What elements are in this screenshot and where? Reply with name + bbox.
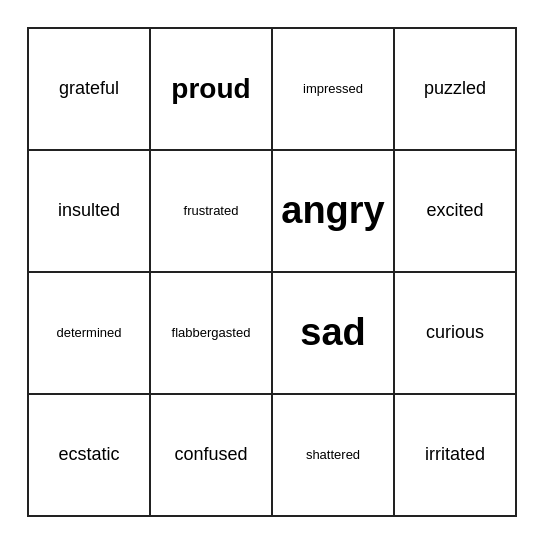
cell-label: grateful — [59, 79, 119, 99]
cell-label: confused — [174, 445, 247, 465]
bingo-cell: sad — [273, 273, 395, 395]
bingo-cell: frustrated — [151, 151, 273, 273]
cell-label: angry — [281, 190, 384, 232]
cell-label: determined — [56, 326, 121, 340]
cell-label: proud — [171, 74, 250, 105]
bingo-grid: gratefulproudimpressedpuzzledinsultedfru… — [27, 27, 517, 517]
bingo-cell: shattered — [273, 395, 395, 517]
cell-label: curious — [426, 323, 484, 343]
bingo-cell: flabbergasted — [151, 273, 273, 395]
bingo-cell: curious — [395, 273, 517, 395]
bingo-cell: angry — [273, 151, 395, 273]
bingo-cell: insulted — [29, 151, 151, 273]
cell-label: ecstatic — [58, 445, 119, 465]
bingo-cell: determined — [29, 273, 151, 395]
bingo-cell: proud — [151, 29, 273, 151]
cell-label: frustrated — [184, 204, 239, 218]
bingo-cell: excited — [395, 151, 517, 273]
cell-label: puzzled — [424, 79, 486, 99]
cell-label: flabbergasted — [172, 326, 251, 340]
cell-label: shattered — [306, 448, 360, 462]
cell-label: irritated — [425, 445, 485, 465]
cell-label: impressed — [303, 82, 363, 96]
bingo-cell: grateful — [29, 29, 151, 151]
cell-label: insulted — [58, 201, 120, 221]
cell-label: sad — [300, 312, 365, 354]
bingo-cell: confused — [151, 395, 273, 517]
cell-label: excited — [426, 201, 483, 221]
bingo-cell: ecstatic — [29, 395, 151, 517]
bingo-cell: irritated — [395, 395, 517, 517]
bingo-cell: impressed — [273, 29, 395, 151]
bingo-cell: puzzled — [395, 29, 517, 151]
